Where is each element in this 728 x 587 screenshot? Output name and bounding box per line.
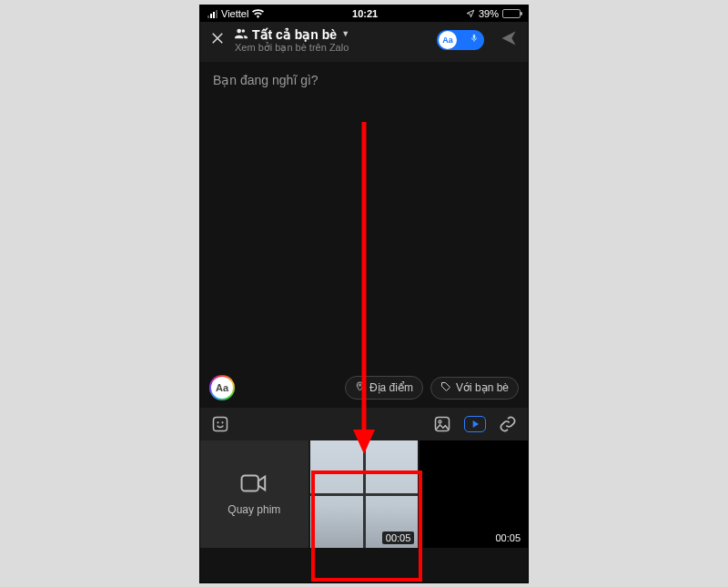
- svg-point-3: [221, 421, 223, 423]
- video-icon[interactable]: [464, 416, 486, 432]
- attachment-toolbar: [200, 408, 528, 440]
- toggle-knob-aa: Aa: [439, 31, 457, 49]
- record-video-label: Quay phim: [228, 503, 280, 516]
- image-icon[interactable]: [433, 415, 451, 433]
- with-friends-chip[interactable]: Với bạn bè: [430, 377, 519, 400]
- svg-point-2: [217, 421, 218, 423]
- with-friends-label: Với bạn bè: [456, 381, 509, 394]
- send-icon[interactable]: [499, 29, 519, 51]
- camcorder-icon: [240, 473, 268, 496]
- mic-icon: [470, 32, 479, 48]
- compose-footer: Aa Địa điểm Với bạn bè: [200, 375, 528, 400]
- link-icon[interactable]: [499, 415, 517, 433]
- media-picker: Quay phim 00:05 00:05: [200, 440, 528, 548]
- carrier-label: Viettel: [221, 8, 248, 19]
- status-bar: Viettel 10:21 39%: [200, 5, 528, 22]
- sticker-icon[interactable]: [211, 415, 229, 433]
- audience-selector[interactable]: Tất cả bạn bè ▼ Xem bởi bạn bè trên Zalo: [235, 27, 428, 54]
- compose-placeholder: Bạn đang nghĩ gì?: [213, 73, 318, 87]
- video-thumbnail-2[interactable]: 00:05: [420, 440, 528, 548]
- svg-point-5: [439, 420, 441, 423]
- battery-icon: [502, 9, 521, 18]
- signal-icon: [207, 9, 217, 18]
- aa-label: Aa: [211, 377, 233, 399]
- text-style-button[interactable]: Aa: [209, 375, 235, 400]
- record-video-button[interactable]: Quay phim: [200, 440, 308, 548]
- location-chip-label: Địa điểm: [369, 381, 413, 394]
- duration-badge: 00:05: [491, 531, 524, 544]
- duration-badge: 00:05: [382, 531, 415, 544]
- format-toggle[interactable]: Aa: [437, 30, 484, 50]
- close-icon[interactable]: [209, 30, 226, 50]
- location-chip[interactable]: Địa điểm: [345, 376, 423, 400]
- compose-area[interactable]: Bạn đang nghĩ gì? Aa Địa điểm Với bạn bè: [200, 62, 528, 408]
- location-services-icon: [466, 9, 475, 18]
- phone-screen: Viettel 10:21 39% Tất cả bạn bè ▼: [199, 5, 529, 583]
- pin-icon: [355, 380, 365, 395]
- svg-rect-1: [214, 418, 228, 431]
- wifi-icon: [252, 9, 264, 18]
- svg-rect-6: [242, 475, 258, 491]
- audience-title: Tất cả bạn bè: [252, 27, 337, 42]
- battery-percent: 39%: [479, 8, 499, 19]
- compose-header: Tất cả bạn bè ▼ Xem bởi bạn bè trên Zalo…: [200, 22, 528, 63]
- people-icon: [235, 27, 248, 42]
- clock: 10:21: [352, 8, 378, 19]
- chevron-down-icon: ▼: [341, 29, 349, 38]
- svg-point-0: [359, 384, 360, 386]
- tag-icon: [440, 381, 451, 395]
- video-thumbnail-1[interactable]: 00:05: [310, 440, 419, 548]
- audience-subtitle: Xem bởi bạn bè trên Zalo: [235, 42, 428, 54]
